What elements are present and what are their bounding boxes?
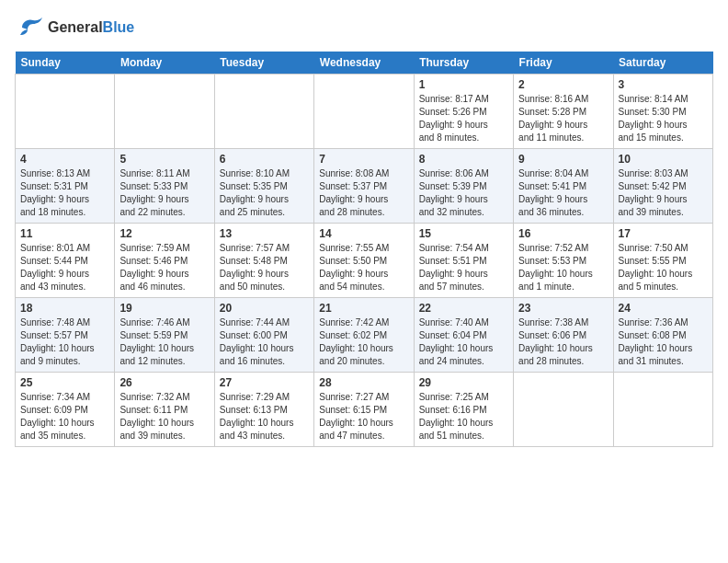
day-number: 28	[319, 376, 408, 389]
calendar-cell: 10Sunrise: 8:03 AM Sunset: 5:42 PM Dayli…	[613, 149, 712, 224]
cell-content: Sunrise: 8:14 AM Sunset: 5:30 PM Dayligh…	[619, 93, 708, 144]
calendar-cell: 20Sunrise: 7:44 AM Sunset: 6:00 PM Dayli…	[214, 298, 313, 373]
calendar-cell: 23Sunrise: 7:38 AM Sunset: 6:06 PM Dayli…	[514, 298, 613, 373]
day-header-friday: Friday	[514, 52, 613, 75]
cell-content: Sunrise: 7:54 AM Sunset: 5:51 PM Dayligh…	[419, 242, 508, 293]
calendar-table: SundayMondayTuesdayWednesdayThursdayFrid…	[15, 52, 713, 447]
day-header-monday: Monday	[115, 52, 214, 75]
cell-content: Sunrise: 7:42 AM Sunset: 6:02 PM Dayligh…	[319, 316, 408, 368]
day-number: 6	[220, 153, 309, 166]
day-number: 20	[220, 302, 309, 315]
cell-content: Sunrise: 7:32 AM Sunset: 6:11 PM Dayligh…	[119, 391, 209, 442]
logo-text: GeneralBlue	[48, 19, 134, 36]
calendar-cell: 29Sunrise: 7:25 AM Sunset: 6:16 PM Dayli…	[414, 373, 513, 447]
day-number: 27	[220, 376, 309, 389]
cell-content: Sunrise: 7:40 AM Sunset: 6:04 PM Dayligh…	[419, 316, 508, 368]
cell-content: Sunrise: 8:03 AM Sunset: 5:42 PM Dayligh…	[619, 167, 708, 219]
day-number: 26	[119, 376, 209, 389]
cell-content: Sunrise: 7:48 AM Sunset: 5:57 PM Dayligh…	[20, 316, 109, 368]
logo: GeneralBlue	[15, 15, 134, 40]
calendar-cell: 7Sunrise: 8:08 AM Sunset: 5:37 PM Daylig…	[314, 149, 414, 224]
day-header-sunday: Sunday	[16, 52, 115, 75]
calendar-cell	[115, 75, 214, 149]
calendar-header-row: SundayMondayTuesdayWednesdayThursdayFrid…	[16, 52, 713, 75]
calendar-week-row: 1Sunrise: 8:17 AM Sunset: 5:26 PM Daylig…	[16, 75, 713, 149]
cell-content: Sunrise: 7:55 AM Sunset: 5:50 PM Dayligh…	[319, 242, 408, 293]
day-number: 13	[220, 227, 309, 240]
calendar-week-row: 18Sunrise: 7:48 AM Sunset: 5:57 PM Dayli…	[16, 298, 713, 373]
calendar-cell: 6Sunrise: 8:10 AM Sunset: 5:35 PM Daylig…	[214, 149, 313, 224]
calendar-cell	[314, 75, 414, 149]
day-number: 18	[20, 302, 109, 315]
cell-content: Sunrise: 8:16 AM Sunset: 5:28 PM Dayligh…	[518, 93, 608, 144]
cell-content: Sunrise: 7:38 AM Sunset: 6:06 PM Dayligh…	[518, 316, 608, 368]
cell-content: Sunrise: 7:36 AM Sunset: 6:08 PM Dayligh…	[619, 316, 708, 368]
logo-icon	[15, 15, 44, 40]
calendar-week-row: 11Sunrise: 8:01 AM Sunset: 5:44 PM Dayli…	[16, 224, 713, 298]
cell-content: Sunrise: 7:59 AM Sunset: 5:46 PM Dayligh…	[119, 242, 209, 293]
day-number: 23	[518, 302, 608, 315]
day-number: 5	[119, 153, 209, 166]
day-number: 14	[319, 227, 408, 240]
day-number: 21	[319, 302, 408, 315]
day-number: 15	[419, 227, 508, 240]
day-number: 3	[619, 78, 708, 91]
cell-content: Sunrise: 8:17 AM Sunset: 5:26 PM Dayligh…	[419, 93, 508, 144]
day-header-wednesday: Wednesday	[314, 52, 414, 75]
calendar-cell: 5Sunrise: 8:11 AM Sunset: 5:33 PM Daylig…	[115, 149, 214, 224]
cell-content: Sunrise: 7:44 AM Sunset: 6:00 PM Dayligh…	[220, 316, 309, 368]
calendar-cell: 4Sunrise: 8:13 AM Sunset: 5:31 PM Daylig…	[16, 149, 115, 224]
cell-content: Sunrise: 8:10 AM Sunset: 5:35 PM Dayligh…	[220, 167, 309, 219]
calendar-cell: 19Sunrise: 7:46 AM Sunset: 5:59 PM Dayli…	[115, 298, 214, 373]
calendar-cell	[514, 373, 613, 447]
day-number: 19	[119, 302, 209, 315]
day-number: 22	[419, 302, 508, 315]
calendar-cell: 9Sunrise: 8:04 AM Sunset: 5:41 PM Daylig…	[514, 149, 613, 224]
calendar-cell: 28Sunrise: 7:27 AM Sunset: 6:15 PM Dayli…	[314, 373, 414, 447]
calendar-cell: 1Sunrise: 8:17 AM Sunset: 5:26 PM Daylig…	[414, 75, 513, 149]
cell-content: Sunrise: 8:01 AM Sunset: 5:44 PM Dayligh…	[20, 242, 109, 293]
calendar-cell: 15Sunrise: 7:54 AM Sunset: 5:51 PM Dayli…	[414, 224, 513, 298]
calendar-cell: 26Sunrise: 7:32 AM Sunset: 6:11 PM Dayli…	[115, 373, 214, 447]
calendar-cell: 25Sunrise: 7:34 AM Sunset: 6:09 PM Dayli…	[16, 373, 115, 447]
day-number: 16	[518, 227, 608, 240]
cell-content: Sunrise: 8:11 AM Sunset: 5:33 PM Dayligh…	[119, 167, 209, 219]
cell-content: Sunrise: 7:34 AM Sunset: 6:09 PM Dayligh…	[20, 391, 109, 442]
page-header: GeneralBlue	[15, 15, 713, 40]
calendar-cell: 16Sunrise: 7:52 AM Sunset: 5:53 PM Dayli…	[514, 224, 613, 298]
day-number: 8	[419, 153, 508, 166]
cell-content: Sunrise: 7:52 AM Sunset: 5:53 PM Dayligh…	[518, 242, 608, 293]
day-number: 24	[619, 302, 708, 315]
calendar-cell: 18Sunrise: 7:48 AM Sunset: 5:57 PM Dayli…	[16, 298, 115, 373]
calendar-cell: 13Sunrise: 7:57 AM Sunset: 5:48 PM Dayli…	[214, 224, 313, 298]
calendar-cell	[613, 373, 712, 447]
day-number: 29	[419, 376, 508, 389]
calendar-week-row: 25Sunrise: 7:34 AM Sunset: 6:09 PM Dayli…	[16, 373, 713, 447]
day-number: 4	[20, 153, 109, 166]
calendar-cell: 27Sunrise: 7:29 AM Sunset: 6:13 PM Dayli…	[214, 373, 313, 447]
cell-content: Sunrise: 8:04 AM Sunset: 5:41 PM Dayligh…	[518, 167, 608, 219]
day-number: 25	[20, 376, 109, 389]
cell-content: Sunrise: 7:27 AM Sunset: 6:15 PM Dayligh…	[319, 391, 408, 442]
cell-content: Sunrise: 7:25 AM Sunset: 6:16 PM Dayligh…	[419, 391, 508, 442]
cell-content: Sunrise: 7:50 AM Sunset: 5:55 PM Dayligh…	[619, 242, 708, 293]
day-number: 12	[119, 227, 209, 240]
calendar-cell: 22Sunrise: 7:40 AM Sunset: 6:04 PM Dayli…	[414, 298, 513, 373]
day-number: 9	[518, 153, 608, 166]
cell-content: Sunrise: 7:29 AM Sunset: 6:13 PM Dayligh…	[220, 391, 309, 442]
day-header-tuesday: Tuesday	[214, 52, 313, 75]
cell-content: Sunrise: 8:08 AM Sunset: 5:37 PM Dayligh…	[319, 167, 408, 219]
calendar-cell: 17Sunrise: 7:50 AM Sunset: 5:55 PM Dayli…	[613, 224, 712, 298]
day-number: 10	[619, 153, 708, 166]
calendar-cell: 11Sunrise: 8:01 AM Sunset: 5:44 PM Dayli…	[16, 224, 115, 298]
day-number: 7	[319, 153, 408, 166]
day-number: 2	[518, 78, 608, 91]
day-header-thursday: Thursday	[414, 52, 513, 75]
cell-content: Sunrise: 7:46 AM Sunset: 5:59 PM Dayligh…	[119, 316, 209, 368]
calendar-cell: 8Sunrise: 8:06 AM Sunset: 5:39 PM Daylig…	[414, 149, 513, 224]
cell-content: Sunrise: 8:13 AM Sunset: 5:31 PM Dayligh…	[20, 167, 109, 219]
day-header-saturday: Saturday	[613, 52, 712, 75]
calendar-week-row: 4Sunrise: 8:13 AM Sunset: 5:31 PM Daylig…	[16, 149, 713, 224]
day-number: 17	[619, 227, 708, 240]
calendar-cell: 24Sunrise: 7:36 AM Sunset: 6:08 PM Dayli…	[613, 298, 712, 373]
